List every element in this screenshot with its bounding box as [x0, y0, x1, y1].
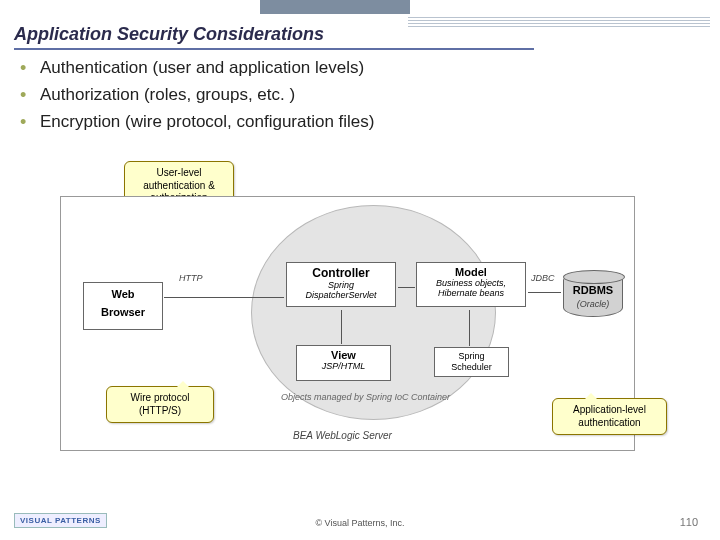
db-sub: (Oracle): [564, 299, 622, 309]
label: Browser: [101, 306, 145, 318]
controller-box: Controller Spring DispatcherServlet: [286, 262, 396, 307]
sub: Spring: [291, 280, 391, 290]
arrow-jdbc: [528, 292, 561, 293]
footer-copyright: © Visual Patterns, Inc.: [0, 518, 720, 528]
callout-app-auth: Application-level authentication: [552, 398, 667, 435]
db-heading: RDBMS: [564, 284, 622, 296]
page-number: 110: [680, 516, 698, 528]
bullet-list: Authentication (user and application lev…: [20, 58, 374, 139]
web-browser-box: Web Browser: [83, 282, 163, 330]
scheduler-box: Spring Scheduler: [434, 347, 509, 377]
header-accent: [260, 0, 410, 14]
label: Scheduler: [451, 362, 492, 372]
line-model-sched: [469, 310, 470, 346]
server-caption: BEA WebLogic Server: [293, 430, 392, 441]
sub: JSP/HTML: [301, 361, 386, 371]
sub: Hibernate beans: [421, 288, 521, 298]
bullet-item: Encryption (wire protocol, configuration…: [20, 112, 374, 132]
label: Web: [111, 288, 134, 300]
model-box: Model Business objects, Hibernate beans: [416, 262, 526, 307]
label: Spring: [458, 351, 484, 361]
sub: DispatcherServlet: [291, 290, 391, 300]
bullet-item: Authentication (user and application lev…: [20, 58, 374, 78]
heading: Model: [455, 266, 487, 278]
heading: Controller: [312, 266, 369, 280]
line-ctrl-model: [398, 287, 415, 288]
container-circle: [251, 205, 496, 420]
sub: Business objects,: [421, 278, 521, 288]
arrow-http: [164, 297, 284, 298]
bullet-item: Authorization (roles, groups, etc. ): [20, 85, 374, 105]
slide-title: Application Security Considerations: [14, 24, 534, 50]
ioc-caption: Objects managed by Spring IoC Container: [281, 392, 450, 402]
http-label: HTTP: [179, 273, 203, 283]
view-box: View JSP/HTML: [296, 345, 391, 381]
line-ctrl-view: [341, 310, 342, 344]
callout-wire-protocol: Wire protocol (HTTP/S): [106, 386, 214, 423]
jdbc-label: JDBC: [531, 273, 555, 283]
database-cylinder: RDBMS (Oracle): [563, 271, 623, 323]
heading: View: [331, 349, 356, 361]
